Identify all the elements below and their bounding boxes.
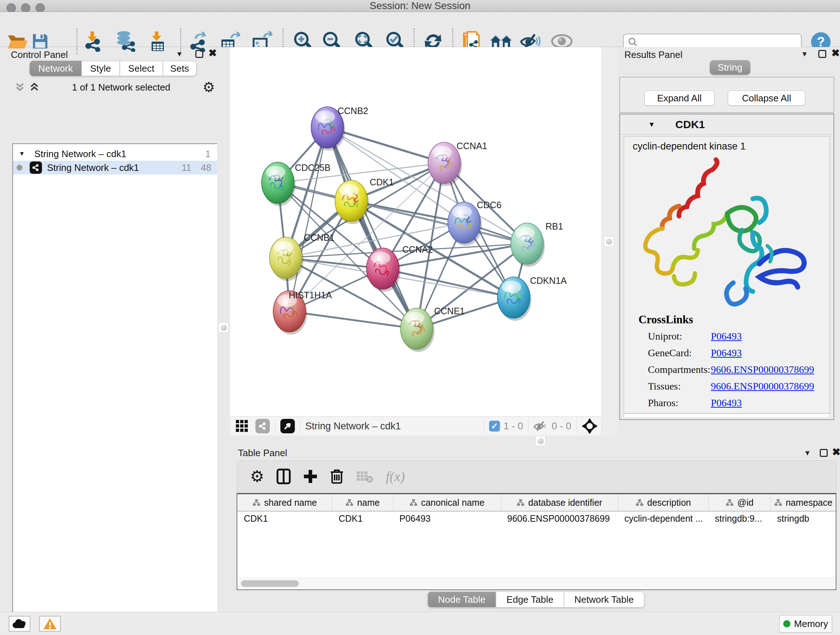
delete-column-trash-icon[interactable]: [330, 469, 344, 485]
results-panel-close-button[interactable]: ✖: [831, 49, 840, 57]
entry-header[interactable]: ▼ CDK1: [620, 114, 834, 135]
table-panel-menu-button[interactable]: ▼: [804, 449, 811, 457]
divider-handle-icon[interactable]: [221, 325, 227, 331]
crosslink-link[interactable]: 9606.ENSP00000378699: [711, 364, 814, 375]
tab-sets[interactable]: Sets: [163, 61, 196, 76]
network-edge[interactable]: [289, 311, 417, 329]
network-graph[interactable]: CCNB2CCNA1CDC25BCDK1CDC6RB1CCNB1CCNA2CDK…: [230, 47, 601, 416]
control-panel-float-button[interactable]: [195, 50, 203, 58]
search-field[interactable]: [640, 37, 792, 48]
control-panel-close-button[interactable]: ✖: [208, 49, 217, 57]
warnings-button[interactable]: [39, 616, 61, 632]
delete-table-icon: [356, 470, 373, 483]
automation-cloud-button[interactable]: [9, 616, 30, 632]
tab-style[interactable]: Style: [81, 61, 120, 76]
network-node-ccne1[interactable]: CCNE1: [401, 306, 465, 352]
column-header-namespace[interactable]: namespace: [771, 494, 836, 511]
main-toolbar: ?: [0, 12, 840, 47]
column-header-description[interactable]: description: [618, 494, 708, 511]
vertical-divider[interactable]: [217, 47, 230, 612]
tab-select[interactable]: Select: [120, 61, 163, 76]
network-view-toolbar: String Network – cdk1 ✓ 1 - 0 0 - 0: [230, 416, 601, 435]
network-collection-label: String Network – cdk1: [34, 149, 126, 160]
table-cell[interactable]: CDK1: [237, 511, 332, 525]
network-node-hist1h1a[interactable]: HIST1H1A: [273, 290, 332, 334]
table-panel-close-button[interactable]: ✖: [832, 448, 840, 456]
grid-view-icon[interactable]: [235, 419, 249, 433]
table-cell[interactable]: stringdb:9...: [708, 511, 771, 525]
crosslink-label: Uniprot:: [648, 331, 682, 342]
results-panel-menu-button[interactable]: ▼: [801, 50, 808, 58]
network-node-cdc25b[interactable]: CDC25B: [262, 162, 331, 206]
results-scrollbar[interactable]: [624, 413, 830, 418]
memory-label: Memory: [794, 618, 828, 630]
memory-button[interactable]: Memory: [779, 615, 832, 632]
results-panel-float-button[interactable]: [818, 50, 826, 58]
crosslink-link[interactable]: P06493: [711, 397, 742, 409]
control-panel-menu-button[interactable]: ▼: [176, 50, 183, 58]
collapse-all-button[interactable]: Collapse All: [728, 90, 805, 106]
column-header-canonical-name[interactable]: canonical name: [393, 494, 501, 511]
table-cell[interactable]: cyclin-dependent ...: [618, 511, 708, 525]
network-canvas[interactable]: CCNB2CCNA1CDC25BCDK1CDC6RB1CCNB1CCNA2CDK…: [230, 47, 601, 416]
network-node-cdk1[interactable]: CDK1: [335, 177, 394, 224]
table-cell[interactable]: P06493: [393, 511, 501, 525]
tab-node-table[interactable]: Node Table: [428, 592, 496, 608]
column-header--id[interactable]: @id: [708, 494, 771, 511]
table-hscrollbar[interactable]: [238, 578, 835, 589]
network-edge[interactable]: [383, 269, 514, 298]
memory-status-icon: [783, 620, 790, 627]
network-options-gear-icon[interactable]: ⚙: [202, 79, 215, 95]
tab-network-table[interactable]: Network Table: [564, 592, 644, 608]
tab-string[interactable]: String: [710, 60, 750, 74]
column-header-name[interactable]: name: [332, 494, 393, 511]
caret-down-icon[interactable]: ▼: [19, 150, 25, 157]
window-minimize-button[interactable]: [21, 3, 30, 13]
string-view-icon[interactable]: [256, 419, 270, 433]
table-cell[interactable]: 9606.ENSP00000378699: [501, 511, 618, 525]
tab-network[interactable]: Network: [30, 61, 81, 76]
fit-content-crosshair-icon[interactable]: [582, 418, 598, 434]
network-node-ccna1[interactable]: CCNA1: [428, 141, 487, 186]
expand-all-button[interactable]: Expand All: [644, 90, 714, 106]
selected-nodes-checkbox[interactable]: ✓: [489, 421, 500, 432]
column-header-shared-name[interactable]: shared name: [237, 494, 332, 511]
scrollbar-thumb[interactable]: [241, 580, 299, 587]
vertical-divider[interactable]: [601, 47, 617, 435]
table-settings-gear-icon[interactable]: ⚙: [250, 469, 264, 485]
column-header-database-identifier[interactable]: database identifier: [501, 494, 618, 511]
network-edge[interactable]: [327, 127, 417, 329]
network-node-rb1[interactable]: RB1: [511, 221, 563, 267]
horizontal-divider[interactable]: [230, 435, 840, 446]
network-node-ccnb2[interactable]: CCNB2: [311, 106, 368, 150]
collapse-all-networks-icon[interactable]: [29, 82, 40, 92]
network-collection-row[interactable]: ▼ String Network – cdk1 1: [13, 147, 217, 161]
results-entry-panel: ▼ CDK1 cyclin-dependent kinase 1 CrossLi…: [619, 114, 834, 420]
window-close-button[interactable]: [6, 3, 16, 13]
table-cell[interactable]: CDK1: [332, 511, 393, 525]
network-view-title: String Network – cdk1: [305, 421, 401, 432]
birds-eye-view-button[interactable]: [280, 419, 295, 433]
table-panel-float-button[interactable]: [820, 449, 828, 457]
add-column-plus-icon[interactable]: [303, 469, 317, 484]
table-row[interactable]: CDK1CDK1P064939606.ENSP00000378699cyclin…: [237, 511, 836, 525]
window-zoom-button[interactable]: [35, 3, 45, 13]
divider-handle-icon[interactable]: [606, 239, 612, 245]
crosslink-link[interactable]: 9606.ENSP00000378699: [711, 380, 814, 392]
crosslink-link[interactable]: P06493: [711, 347, 742, 359]
divider-handle-icon[interactable]: [538, 438, 544, 444]
caret-down-icon[interactable]: ▼: [648, 120, 655, 128]
node-table[interactable]: shared namenamecanonical namedatabase id…: [237, 493, 836, 590]
show-columns-icon[interactable]: [276, 469, 291, 485]
network-node-cdkn1a[interactable]: CDKN1A: [497, 276, 567, 321]
expand-all-networks-icon[interactable]: [14, 82, 25, 92]
network-node-ccnb1[interactable]: CCNB1: [270, 233, 335, 281]
network-node-cdc6[interactable]: CDC6: [448, 200, 501, 246]
table-cell[interactable]: stringdb: [771, 511, 836, 525]
network-selection-status: 1 of 1 Network selected: [40, 82, 202, 93]
crosslink-link[interactable]: P06493: [711, 331, 742, 342]
node-label: CCNA2: [402, 244, 433, 255]
tab-edge-table[interactable]: Edge Table: [496, 592, 564, 608]
network-row[interactable]: String Network – cdk1 11 48: [13, 161, 217, 174]
control-panel-title: Control Panel: [11, 49, 68, 60]
